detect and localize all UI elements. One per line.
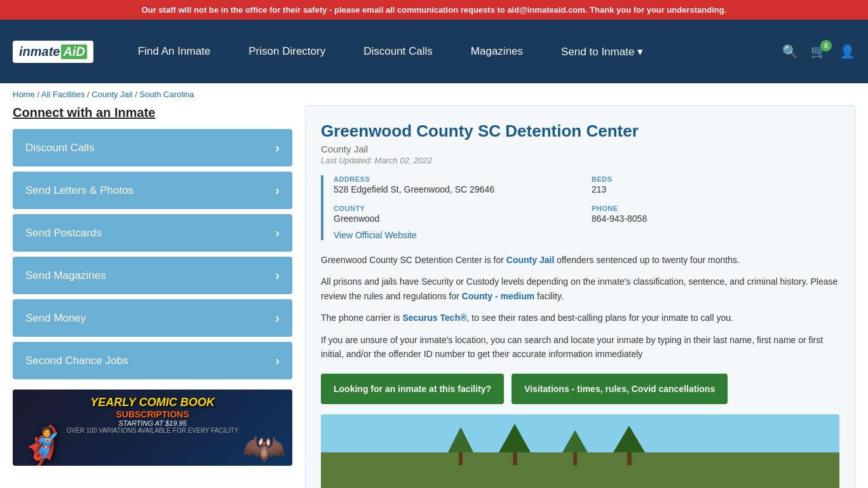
county-medium-link[interactable]: County - medium: [462, 291, 534, 301]
nav-links: Find An Inmate Prison Directory Discount…: [119, 45, 782, 58]
logo[interactable]: inmate AiD: [13, 41, 93, 63]
main-content: Connect with an Inmate Discount Calls › …: [0, 105, 868, 488]
nav-prison-directory[interactable]: Prison Directory: [229, 45, 344, 58]
securus-tech-link[interactable]: Securus Tech®: [402, 313, 466, 323]
address-label: ADDRESS: [334, 175, 581, 183]
chevron-right-icon: ›: [275, 140, 280, 155]
facility-detail-panel: Greenwood County SC Detention Center Cou…: [305, 105, 855, 488]
phone-block: PHONE 864-943-8058: [592, 205, 839, 224]
ad-price: STARTING AT $19.95: [67, 419, 239, 427]
beds-block: BEDS 213: [592, 175, 839, 194]
county-label: COUNTY: [334, 205, 581, 212]
send-magazines-button[interactable]: Send Magazines ›: [13, 257, 292, 294]
nav-send-to-inmate[interactable]: Send to Inmate ▾: [542, 45, 662, 58]
breadcrumb-home[interactable]: Home: [13, 90, 35, 99]
county-block: COUNTY Greenwood: [334, 205, 581, 224]
send-money-label: Send Money: [25, 312, 86, 325]
alert-text: Our staff will not be in the office for …: [142, 5, 727, 15]
svg-rect-5: [513, 452, 517, 465]
facility-name: Greenwood County SC Detention Center: [321, 121, 839, 141]
discount-calls-button[interactable]: Discount Calls ›: [13, 129, 292, 166]
sidebar-title: Connect with an Inmate: [13, 105, 292, 120]
user-button[interactable]: 👤: [839, 44, 855, 59]
second-chance-label: Second Chance Jobs: [25, 355, 128, 367]
beds-value: 213: [592, 184, 839, 194]
breadcrumb-county-jail[interactable]: County Jail: [92, 90, 132, 99]
desc2-rest: facility.: [534, 291, 564, 301]
breadcrumb-state[interactable]: South Carolina: [139, 90, 194, 99]
main-nav: inmate AiD Find An Inmate Prison Directo…: [0, 20, 868, 83]
send-letters-button[interactable]: Send Letters & Photos ›: [13, 172, 292, 209]
phone-value: 864-943-8058: [592, 214, 839, 224]
send-money-button[interactable]: Send Money ›: [13, 299, 292, 337]
desc2-text: All prisons and jails have Security or C…: [321, 276, 837, 301]
logo-aid-text: AiD: [61, 44, 86, 59]
desc-paragraph-1: Greenwood County SC Detention Center is …: [321, 253, 839, 267]
send-postcards-label: Send Postcards: [25, 227, 102, 240]
chevron-right-icon: ›: [275, 268, 280, 283]
svg-rect-9: [627, 452, 632, 465]
sidebar: Connect with an Inmate Discount Calls › …: [13, 105, 292, 488]
desc-paragraph-2: All prisons and jails have Security or C…: [321, 274, 839, 303]
action-buttons: Looking for an inmate at this facility? …: [321, 374, 839, 404]
batman-icon: 🦇: [242, 431, 286, 466]
breadcrumb-all-facilities[interactable]: All Facilities: [41, 90, 85, 99]
county-jail-link[interactable]: County Jail: [506, 255, 554, 265]
svg-rect-7: [573, 452, 577, 465]
desc1-rest: offenders sentenced up to twenty four mo…: [554, 255, 740, 265]
facility-photo: [321, 414, 839, 488]
logo-inmate-text: inmate: [19, 44, 60, 59]
facility-updated: Last Updated: March 02, 2022: [321, 156, 839, 165]
svg-rect-3: [459, 452, 463, 465]
alert-banner: Our staff will not be in the office for …: [0, 0, 868, 20]
ad-banner[interactable]: YEARLY COMIC BOOK SUBSCRIPTIONS STARTING…: [13, 390, 292, 466]
visitations-button[interactable]: Visitations - times, rules, Covid cancel…: [512, 374, 728, 404]
superman-icon: 🦸: [19, 428, 67, 466]
address-block: ADDRESS 528 Edgefield St, Greenwood, SC …: [334, 175, 581, 194]
send-postcards-button[interactable]: Send Postcards ›: [13, 214, 292, 252]
chevron-right-icon: ›: [275, 353, 280, 368]
breadcrumb: Home / All Facilities / County Jail / So…: [0, 83, 868, 105]
info-grid: ADDRESS 528 Edgefield St, Greenwood, SC …: [334, 175, 839, 224]
ad-variations: OVER 100 VARIATIONS AVAILABLE FOR EVERY …: [67, 427, 239, 434]
ad-text: YEARLY COMIC BOOK SUBSCRIPTIONS STARTING…: [67, 396, 239, 434]
desc1-text: Greenwood County SC Detention Center is …: [321, 255, 506, 265]
nav-icons: 🔍 🛒 0 👤: [782, 44, 855, 59]
facility-info-section: ADDRESS 528 Edgefield St, Greenwood, SC …: [321, 175, 839, 240]
chevron-right-icon: ›: [275, 226, 280, 240]
desc-paragraph-4: If you are unsure of your inmate's locat…: [321, 333, 839, 362]
chevron-right-icon: ›: [275, 311, 280, 325]
find-inmate-button[interactable]: Looking for an inmate at this facility?: [321, 374, 504, 404]
search-button[interactable]: 🔍: [782, 44, 798, 59]
cart-button[interactable]: 🛒 0: [811, 44, 827, 59]
cart-badge: 0: [820, 40, 832, 51]
desc3-rest: , to see their rates and best-calling pl…: [467, 313, 733, 323]
county-value: Greenwood: [334, 214, 581, 224]
nav-magazines[interactable]: Magazines: [452, 45, 542, 58]
chevron-right-icon: ›: [275, 183, 280, 198]
second-chance-button[interactable]: Second Chance Jobs ›: [13, 342, 292, 379]
ad-title: YEARLY COMIC BOOK: [67, 396, 239, 409]
send-magazines-label: Send Magazines: [25, 269, 106, 282]
desc3-text: The phone carrier is: [321, 313, 402, 323]
discount-calls-label: Discount Calls: [25, 142, 95, 154]
nav-find-an-inmate[interactable]: Find An Inmate: [119, 45, 229, 58]
address-value: 528 Edgefield St, Greenwood, SC 29646: [334, 184, 581, 194]
desc-paragraph-3: The phone carrier is Securus Tech®, to s…: [321, 311, 839, 325]
svg-rect-1: [321, 452, 839, 488]
facility-description: Greenwood County SC Detention Center is …: [321, 253, 839, 361]
nav-discount-calls[interactable]: Discount Calls: [344, 45, 452, 58]
send-letters-label: Send Letters & Photos: [25, 184, 133, 197]
beds-label: BEDS: [592, 175, 839, 183]
view-official-website-link[interactable]: View Official Website: [334, 230, 417, 240]
facility-type: County Jail: [321, 144, 839, 154]
phone-label: PHONE: [592, 205, 839, 212]
facility-image: [321, 414, 839, 488]
ad-subtitle: SUBSCRIPTIONS: [67, 409, 239, 419]
